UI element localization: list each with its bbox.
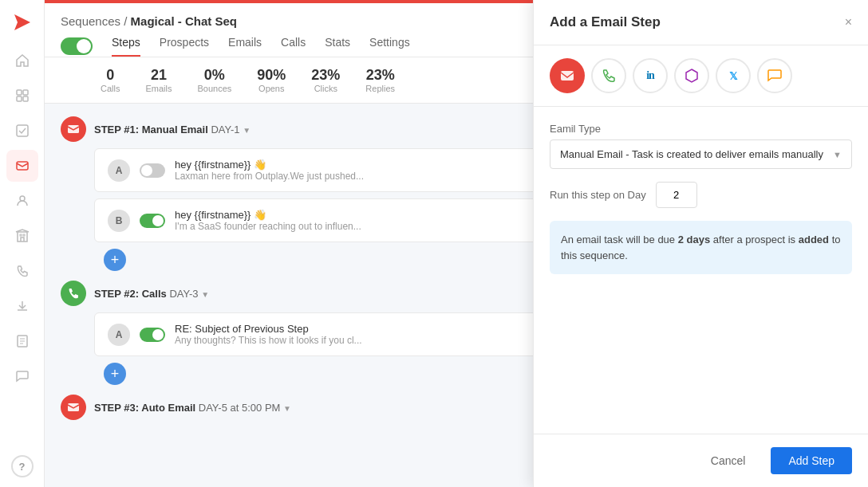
sidebar-item-users[interactable]: [6, 185, 38, 217]
email-type-label: Eamil Type: [550, 123, 852, 135]
sidebar-item-download[interactable]: [6, 290, 38, 322]
email-type-value: Manual Email - Task is created to delive…: [560, 148, 823, 160]
custom-type-icon[interactable]: [674, 58, 709, 93]
tab-settings[interactable]: Settings: [369, 36, 410, 57]
sidebar-item-phone[interactable]: [6, 255, 38, 287]
info-mid: after a prospect is: [710, 234, 799, 245]
step-2-label: STEP #2: Calls DAY-3 ▼: [94, 288, 209, 300]
app-logo: [10, 10, 35, 35]
tab-stats[interactable]: Stats: [325, 36, 350, 57]
svg-rect-4: [23, 96, 28, 101]
sidebar-item-document[interactable]: [6, 325, 38, 357]
stat-bounces: 0% Bounces: [197, 67, 231, 93]
sequence-toggle[interactable]: [61, 37, 93, 55]
email-type-icon[interactable]: [550, 58, 585, 93]
svg-point-7: [20, 196, 25, 201]
avatar-2a: A: [108, 324, 130, 346]
sidebar-item-chat[interactable]: [6, 360, 38, 392]
toggle-1a[interactable]: [140, 163, 165, 178]
info-added: added: [799, 234, 829, 245]
add-step-button[interactable]: Add Step: [771, 447, 852, 474]
toggle-1b[interactable]: [140, 214, 165, 228]
svg-rect-8: [18, 232, 27, 242]
sidebar-item-help[interactable]: ?: [11, 455, 34, 477]
sidebar-item-email[interactable]: [6, 150, 38, 182]
svg-rect-3: [17, 96, 22, 101]
tab-calls[interactable]: Calls: [281, 36, 306, 57]
step-3-icon: [61, 395, 86, 420]
close-panel-button[interactable]: ×: [845, 15, 852, 29]
avatar-1a: A: [108, 159, 130, 182]
panel-header: Add a Email Step ×: [534, 0, 868, 45]
sidebar-item-tasks[interactable]: [6, 115, 38, 147]
toggle-2a[interactable]: [140, 328, 165, 342]
run-day-input[interactable]: 2: [656, 182, 697, 208]
cancel-button[interactable]: Cancel: [695, 447, 762, 474]
info-days: 2 days: [678, 234, 710, 245]
phone-type-icon[interactable]: [591, 58, 626, 93]
dropdown-arrow-icon: ▼: [833, 150, 842, 159]
stat-replies: 23% Replies: [365, 67, 395, 93]
run-day-row: Run this step on Day 2: [550, 182, 852, 208]
info-prefix: An email task will be due: [561, 234, 678, 245]
add-email-step-panel: Add a Email Step × in 𝕏: [533, 0, 868, 487]
svg-rect-1: [17, 90, 22, 95]
panel-footer: Cancel Add Step: [534, 434, 868, 487]
svg-rect-2: [23, 90, 28, 95]
step-1-icon: [61, 116, 86, 142]
add-variant-2[interactable]: +: [104, 363, 126, 385]
svg-rect-17: [561, 71, 574, 81]
tab-prospects[interactable]: Prospects: [160, 36, 209, 57]
twitter-type-icon[interactable]: 𝕏: [716, 58, 751, 93]
panel-title: Add a Email Step: [550, 14, 661, 30]
svg-rect-10: [23, 234, 25, 236]
svg-rect-6: [17, 162, 28, 170]
stat-opens: 90% Opens: [257, 67, 286, 93]
email-type-dropdown[interactable]: Manual Email - Task is created to delive…: [550, 139, 852, 169]
info-box: An email task will be due 2 days after a…: [550, 221, 852, 274]
svg-rect-16: [68, 403, 79, 411]
sidebar-item-building[interactable]: [6, 220, 38, 252]
avatar-1b: B: [108, 210, 130, 232]
step-type-icon-bar: in 𝕏: [534, 45, 868, 107]
svg-rect-9: [20, 234, 22, 236]
stat-emails: 21 Emails: [145, 67, 172, 93]
svg-rect-15: [68, 125, 79, 133]
step-1-label: STEP #1: Manual Email DAY-1 ▼: [94, 124, 251, 135]
sidebar: ?: [0, 0, 45, 487]
svg-marker-18: [686, 69, 697, 82]
sidebar-item-dashboard[interactable]: [6, 80, 38, 112]
svg-rect-5: [17, 125, 28, 136]
tab-emails[interactable]: Emails: [228, 36, 262, 57]
main-content: Sequences / Magical - Chat Seq Steps Pro…: [45, 0, 868, 487]
step-3-label: STEP #3: Auto Email DAY-5 at 5:00 PM ▼: [94, 402, 291, 414]
linkedin-type-icon[interactable]: in: [633, 58, 668, 93]
tab-steps[interactable]: Steps: [112, 36, 140, 57]
step-2-icon: [61, 281, 86, 306]
run-day-label: Run this step on Day: [550, 189, 646, 201]
message-type-icon[interactable]: [757, 58, 792, 93]
add-variant-1[interactable]: +: [104, 249, 126, 271]
svg-marker-0: [14, 14, 30, 30]
stat-calls: 0 Calls: [101, 67, 120, 93]
stat-clicks: 23% Clicks: [311, 67, 340, 93]
sidebar-item-home[interactable]: [6, 45, 38, 77]
panel-body: Eamil Type Manual Email - Task is create…: [534, 107, 868, 434]
